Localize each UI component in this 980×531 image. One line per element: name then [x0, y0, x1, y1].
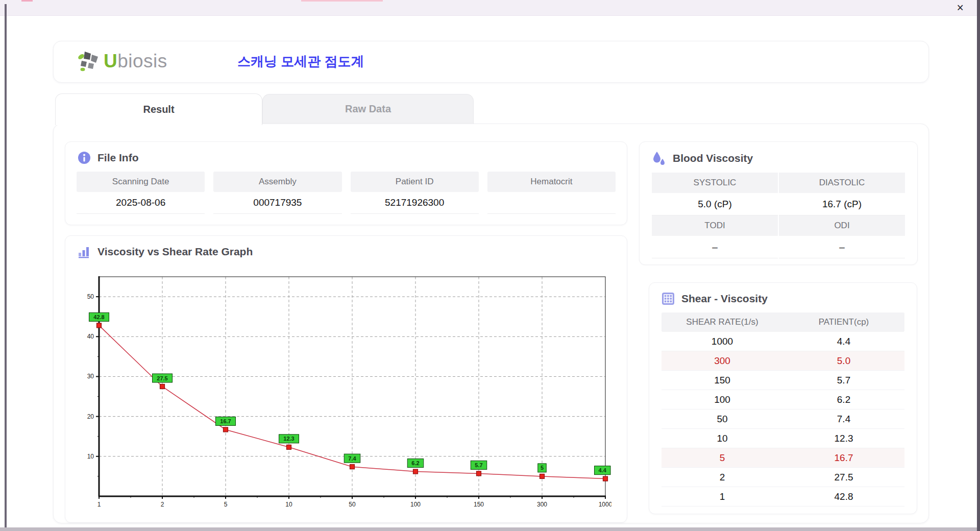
shear-viscosity-card: Shear - Viscosity SHEAR RATE(1/s) PATIEN… [649, 282, 917, 514]
patient-viscosity-cell: 5.0 [783, 351, 904, 370]
svg-text:27.5: 27.5 [157, 375, 167, 381]
shear-rate-cell: 1000 [662, 332, 783, 351]
blood-header-row: SYSTOLICDIASTOLIC [652, 173, 905, 193]
patient-viscosity-cell: 12.3 [783, 429, 904, 448]
shear-rate-cell: 10 [662, 429, 783, 448]
field-label: Scanning Date [77, 172, 205, 192]
shear-rate-cell: 150 [662, 371, 783, 390]
field-value [487, 192, 616, 214]
screen-artifact [21, 0, 33, 2]
window-titlebar [0, 0, 980, 16]
svg-text:1000: 1000 [599, 501, 611, 508]
patient-viscosity-cell: 6.2 [783, 390, 904, 409]
shear-table-row: 227.5 [662, 468, 904, 487]
screen-artifact [301, 0, 383, 2]
svg-text:5: 5 [541, 465, 544, 471]
file-info-fields: Scanning Date2025-08-06Assembly000717935… [65, 172, 627, 214]
field-value: 2025-08-06 [77, 192, 205, 214]
shear-table-row: 1505.7 [662, 371, 904, 390]
field-label: Assembly [213, 172, 341, 192]
file-info-card: File Info Scanning Date2025-08-06Assembl… [65, 141, 627, 225]
patient-column-header: PATIENT(cp) [783, 312, 904, 332]
shear-table-row: 142.8 [662, 487, 904, 506]
svg-text:300: 300 [537, 501, 547, 508]
svg-text:5.7: 5.7 [475, 462, 482, 468]
shear-viscosity-title: Shear - Viscosity [681, 293, 768, 305]
blood-header-cell: TODI [652, 215, 778, 236]
svg-text:4.4: 4.4 [599, 467, 607, 473]
blood-value-cell: 16.7 (cP) [779, 193, 905, 215]
header-bar: Ubiosis 스캐닝 모세관 점도계 [53, 41, 929, 83]
svg-text:100: 100 [410, 501, 421, 508]
patient-viscosity-cell: 4.4 [783, 332, 904, 351]
shear-table-row: 1012.3 [662, 429, 904, 448]
patient-viscosity-cell: 16.7 [783, 448, 904, 467]
logo-letter-u: U [104, 51, 117, 71]
patient-viscosity-cell: 27.5 [783, 468, 904, 487]
ubiosis-logo-icon [77, 50, 101, 73]
blood-viscosity-header: Blood Viscosity [640, 142, 917, 173]
svg-text:40: 40 [87, 333, 94, 340]
tab-raw-data[interactable]: Raw Data [262, 94, 474, 124]
svg-text:16.7: 16.7 [220, 418, 231, 424]
logo-wordmark: Ubiosis [104, 50, 167, 73]
blood-header-cell: SYSTOLIC [652, 173, 778, 193]
field-value: 52171926300 [351, 192, 479, 214]
shear-viscosity-header: Shear - Viscosity [649, 283, 917, 312]
shear-viscosity-table: SHEAR RATE(1/s) PATIENT(cp) 10004.43005.… [662, 312, 904, 506]
graph-title: Viscosity vs Shear Rate Graph [97, 246, 253, 258]
shear-table-row: 507.4 [662, 409, 904, 429]
shear-rate-cell: 50 [662, 409, 783, 428]
viscosity-chart-svg: 10203040501251050100150300100042.827.516… [86, 273, 611, 515]
svg-text:50: 50 [87, 293, 94, 300]
patient-viscosity-cell: 7.4 [783, 409, 904, 428]
shear-table-header-row: SHEAR RATE(1/s) PATIENT(cp) [662, 312, 904, 332]
shear-rate-cell: 2 [662, 468, 783, 487]
window-right-border [977, 0, 980, 531]
logo-letters-rest: biosis [117, 51, 167, 71]
shear-rate-cell: 5 [662, 448, 783, 467]
field-value: 000717935 [213, 192, 341, 214]
file-info-field: Hematocrit [487, 172, 616, 214]
shear-table-row: 3005.0 [662, 351, 904, 371]
svg-text:5: 5 [224, 501, 228, 508]
window-left-border [5, 4, 7, 531]
field-label: Patient ID [351, 172, 479, 192]
shear-rate-cell: 1 [662, 487, 783, 506]
svg-text:30: 30 [87, 373, 94, 380]
bar-chart-icon [78, 245, 91, 258]
svg-text:7.4: 7.4 [348, 455, 356, 462]
app-title-korean: 스캐닝 모세관 점도계 [237, 53, 364, 70]
patient-viscosity-cell: 5.7 [783, 371, 904, 390]
table-calculator-icon [662, 292, 675, 305]
viscosity-chart: 10203040501251050100150300100042.827.516… [86, 273, 611, 515]
svg-text:6.2: 6.2 [411, 460, 419, 466]
droplets-icon [652, 151, 666, 165]
file-info-header: File Info [65, 142, 627, 172]
svg-text:20: 20 [87, 413, 94, 420]
svg-text:12.3: 12.3 [283, 436, 294, 442]
field-label: Hematocrit [487, 172, 616, 192]
blood-value-cell: – [779, 236, 905, 258]
blood-value-cell: – [652, 236, 778, 258]
blood-header-cell: ODI [779, 215, 905, 236]
viscosity-graph-card: Viscosity vs Shear Rate Graph 1020304050… [65, 235, 627, 523]
svg-text:150: 150 [474, 501, 484, 508]
close-icon[interactable]: × [957, 1, 964, 15]
info-icon [78, 151, 91, 164]
blood-viscosity-title: Blood Viscosity [673, 152, 753, 164]
blood-viscosity-table: SYSTOLICDIASTOLIC5.0 (cP)16.7 (cP)TODIOD… [640, 173, 917, 258]
svg-text:50: 50 [349, 501, 356, 508]
shear-table-body: 10004.43005.01505.71006.2507.41012.3516.… [662, 332, 904, 506]
shear-rate-cell: 100 [662, 390, 783, 409]
window-bottom-border [0, 527, 977, 531]
svg-text:10: 10 [87, 453, 94, 460]
tab-raw-data-label: Raw Data [345, 103, 391, 115]
shear-table-row: 516.7 [662, 448, 904, 468]
tab-result-label: Result [143, 104, 174, 115]
blood-value-row: 5.0 (cP)16.7 (cP) [652, 193, 905, 215]
blood-value-row: –– [652, 236, 905, 258]
tab-result[interactable]: Result [55, 93, 262, 125]
result-panel: File Info Scanning Date2025-08-06Assembl… [53, 124, 929, 523]
file-info-title: File Info [97, 152, 139, 164]
